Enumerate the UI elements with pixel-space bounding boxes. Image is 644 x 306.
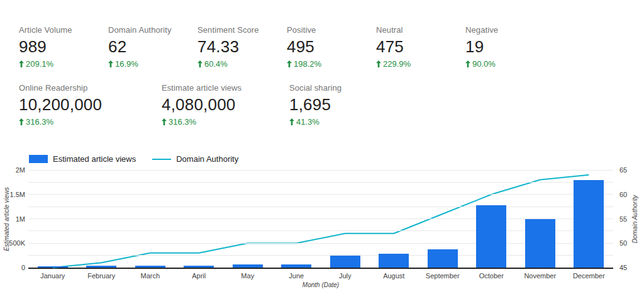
bar-november[interactable] bbox=[525, 219, 555, 268]
left-axis-tick: 1.5M bbox=[0, 191, 25, 199]
kpi-value: 10,200,000 bbox=[19, 95, 162, 114]
kpi-label: Sentiment Score bbox=[197, 25, 287, 35]
kpi-delta: 316.3% bbox=[19, 117, 162, 127]
arrow-up-icon bbox=[197, 60, 203, 67]
kpi-scorecard: Positive 495 198.2% bbox=[287, 25, 376, 69]
bar-series-swatch bbox=[29, 155, 48, 163]
gridline bbox=[28, 182, 613, 183]
chart-legend: Estimated article views Domain Authority bbox=[29, 154, 238, 164]
kpi-delta: 198.2% bbox=[287, 59, 376, 69]
kpi-delta-value: 41.3% bbox=[296, 117, 319, 127]
kpi-scorecard: Online Readership 10,200,000 316.3% bbox=[19, 83, 162, 127]
kpi-delta: 41.3% bbox=[289, 117, 341, 127]
left-axis-tick: 0 bbox=[0, 264, 25, 272]
arrow-up-icon bbox=[19, 118, 24, 125]
bar-october[interactable] bbox=[476, 205, 506, 268]
kpi-delta-value: 316.3% bbox=[26, 117, 53, 127]
x-axis-tick-may: May bbox=[223, 272, 272, 280]
kpi-label: Online Readership bbox=[19, 83, 162, 93]
bar-january[interactable] bbox=[38, 266, 68, 268]
kpi-scorecard: Sentiment Score 74.33 60.4% bbox=[197, 25, 287, 69]
arrow-up-icon bbox=[465, 60, 470, 67]
right-axis-tick: 55 bbox=[619, 215, 627, 224]
kpi-row-1: Article Volume 989 209.1% Domain Authori… bbox=[19, 25, 555, 69]
x-axis-tick-november: November bbox=[516, 272, 565, 280]
gridline bbox=[28, 170, 613, 171]
arrow-up-icon bbox=[289, 118, 294, 125]
gridline bbox=[28, 207, 613, 207]
x-axis-tick-january: January bbox=[28, 272, 77, 280]
kpi-delta-value: 209.1% bbox=[26, 59, 53, 69]
bar-september[interactable] bbox=[428, 249, 458, 268]
x-axis-tick-february: February bbox=[77, 272, 126, 280]
kpi-delta-value: 198.2% bbox=[294, 59, 321, 69]
kpi-label: Negative bbox=[465, 25, 555, 35]
line-series-swatch bbox=[152, 159, 171, 160]
kpi-delta: 209.1% bbox=[19, 59, 108, 69]
bar-march[interactable] bbox=[135, 266, 165, 268]
arrow-up-icon bbox=[287, 60, 292, 67]
kpi-delta-value: 60.4% bbox=[204, 59, 228, 69]
bar-may[interactable] bbox=[233, 264, 263, 268]
right-axis-tick: 50 bbox=[619, 239, 627, 247]
bar-june[interactable] bbox=[281, 264, 311, 268]
kpi-delta-value: 16.9% bbox=[115, 59, 138, 69]
arrow-up-icon bbox=[376, 60, 381, 67]
x-axis-tick-september: September bbox=[418, 272, 467, 280]
right-axis-title: Domain Authority bbox=[631, 195, 638, 243]
kpi-label: Article Volume bbox=[19, 25, 108, 35]
kpi-delta: 16.9% bbox=[108, 59, 197, 69]
bar-february[interactable] bbox=[86, 266, 116, 268]
kpi-label: Estimate article views bbox=[162, 83, 289, 93]
kpi-scorecard: Estimate article views 4,080,000 316.3% bbox=[162, 83, 289, 127]
gridline bbox=[28, 194, 613, 195]
x-axis-tick-august: August bbox=[369, 272, 418, 280]
x-axis-tick-october: October bbox=[467, 272, 516, 280]
left-axis-tick: 2M bbox=[0, 166, 25, 174]
right-axis-tick: 45 bbox=[619, 264, 627, 272]
bar-july[interactable] bbox=[330, 256, 360, 268]
arrow-up-icon bbox=[162, 118, 167, 125]
arrow-up-icon bbox=[19, 60, 24, 67]
kpi-delta-value: 90.0% bbox=[472, 59, 496, 69]
combo-chart: Estimated article views Domain Authority… bbox=[0, 149, 644, 306]
bar-august[interactable] bbox=[379, 254, 409, 268]
chart-plot-area bbox=[28, 170, 613, 269]
legend-item: Estimated article views bbox=[29, 154, 136, 164]
x-axis-tick-april: April bbox=[174, 272, 223, 280]
kpi-value: 19 bbox=[465, 37, 555, 56]
legend-label: Domain Authority bbox=[176, 154, 238, 164]
left-axis-tick: 500K bbox=[0, 239, 25, 247]
x-axis-tick-june: June bbox=[272, 272, 321, 280]
kpi-delta-value: 229.9% bbox=[383, 59, 411, 69]
kpi-value: 495 bbox=[287, 37, 376, 56]
kpi-label: Domain Authority bbox=[108, 25, 197, 35]
x-axis-title: Month (Date) bbox=[28, 281, 613, 288]
kpi-scorecard: Domain Authority 62 16.9% bbox=[108, 25, 197, 69]
kpi-scorecard: Social sharing 1,695 41.3% bbox=[289, 83, 341, 127]
x-axis-tick-march: March bbox=[126, 272, 175, 280]
bar-april[interactable] bbox=[184, 266, 214, 268]
legend-item: Domain Authority bbox=[152, 154, 238, 164]
kpi-value: 1,695 bbox=[289, 95, 341, 114]
kpi-label: Positive bbox=[287, 25, 376, 35]
x-axis-tick-july: July bbox=[321, 272, 370, 280]
kpi-value: 989 bbox=[19, 37, 108, 56]
bar-december[interactable] bbox=[574, 180, 604, 268]
kpi-value: 4,080,000 bbox=[162, 95, 289, 114]
kpi-label: Neutral bbox=[376, 25, 465, 35]
kpi-delta: 60.4% bbox=[197, 59, 287, 69]
right-axis-tick: 65 bbox=[619, 166, 627, 174]
kpi-row-2: Online Readership 10,200,000 316.3% Esti… bbox=[19, 83, 341, 127]
kpi-delta: 90.0% bbox=[465, 59, 555, 69]
left-axis-tick: 1M bbox=[0, 215, 25, 224]
right-axis-tick: 60 bbox=[619, 191, 627, 199]
arrow-up-icon bbox=[108, 60, 113, 67]
kpi-delta-value: 316.3% bbox=[169, 117, 196, 127]
legend-label: Estimated article views bbox=[53, 154, 136, 164]
kpi-scorecard: Negative 19 90.0% bbox=[465, 25, 555, 69]
kpi-scorecard: Neutral 475 229.9% bbox=[376, 25, 465, 69]
kpi-scorecard: Article Volume 989 209.1% bbox=[19, 25, 108, 69]
kpi-value: 62 bbox=[108, 37, 197, 56]
kpi-value: 475 bbox=[376, 37, 465, 56]
